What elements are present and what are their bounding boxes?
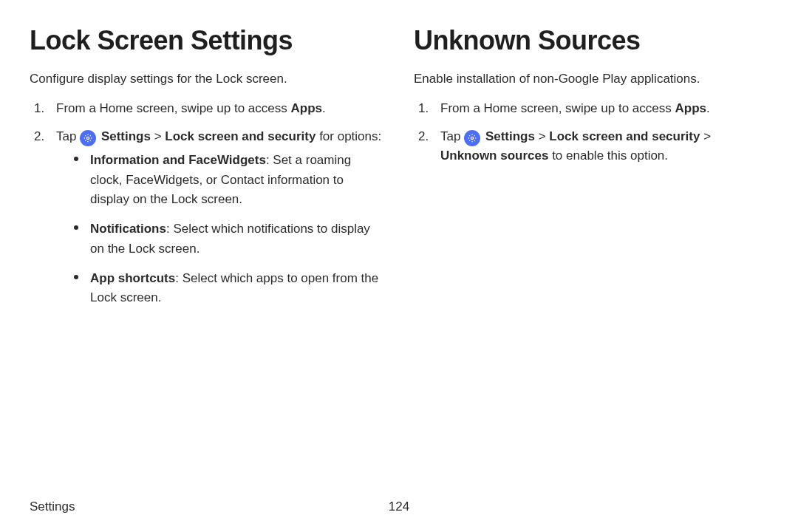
step-1-right: 1. From a Home screen, swipe up to acces… xyxy=(414,99,768,118)
bullet-dot-icon xyxy=(74,269,90,308)
text: From a Home screen, swipe up to access xyxy=(56,101,290,115)
text: . xyxy=(322,101,326,115)
text-bold-apps: Apps xyxy=(290,101,322,115)
step-number: 2. xyxy=(34,127,56,318)
text-bold: Notifications xyxy=(90,222,166,236)
text: > xyxy=(151,129,165,143)
bullet-dot-icon xyxy=(74,151,90,209)
svg-point-0 xyxy=(87,137,89,139)
step-number: 1. xyxy=(418,99,440,118)
text: > xyxy=(535,129,549,143)
step-2-left: 2. Tap Settings > Lock screen and securi… xyxy=(30,127,384,318)
step-1-left: 1. From a Home screen, swipe up to acces… xyxy=(30,99,384,118)
text-bold-settings: Settings xyxy=(101,129,151,143)
bullet-list: Information and FaceWidgets: Set a roami… xyxy=(56,151,384,307)
step-body: From a Home screen, swipe up to access A… xyxy=(56,99,384,118)
intro-unknown-sources: Enable installation of non-Google Play a… xyxy=(414,69,768,89)
page-footer: Settings 124 xyxy=(30,499,768,514)
content-columns: Lock Screen Settings Configure display s… xyxy=(30,25,768,327)
text-bold-apps: Apps xyxy=(675,101,706,115)
text: Tap xyxy=(440,129,464,143)
bullet-dot-icon xyxy=(74,219,90,259)
text: for options: xyxy=(316,129,381,143)
bullet-item: App shortcuts: Select which apps to open… xyxy=(74,269,384,308)
text: From a Home screen, swipe up to access xyxy=(440,101,675,115)
step-body: Tap Settings > Lock screen and security … xyxy=(56,127,384,318)
left-column: Lock Screen Settings Configure display s… xyxy=(30,25,384,327)
text-bold: Information and FaceWidgets xyxy=(90,153,266,167)
bullet-body: App shortcuts: Select which apps to open… xyxy=(90,269,384,308)
text: > xyxy=(700,129,711,143)
bullet-item: Notifications: Select which notification… xyxy=(74,219,384,259)
text-bold-path: Lock screen and security xyxy=(549,129,700,143)
text: . xyxy=(706,101,710,115)
step-number: 1. xyxy=(34,99,56,118)
text: Tap xyxy=(56,129,80,143)
step-number: 2. xyxy=(418,127,440,166)
step-body: From a Home screen, swipe up to access A… xyxy=(440,99,768,118)
text-bold: App shortcuts xyxy=(90,271,175,285)
heading-lock-screen: Lock Screen Settings xyxy=(30,25,384,56)
bullet-body: Notifications: Select which notification… xyxy=(90,219,384,259)
right-column: Unknown Sources Enable installation of n… xyxy=(414,25,768,327)
intro-lock-screen: Configure display settings for the Lock … xyxy=(30,69,384,89)
bullet-body: Information and FaceWidgets: Set a roami… xyxy=(90,151,384,209)
heading-unknown-sources: Unknown Sources xyxy=(414,25,768,56)
svg-point-1 xyxy=(471,137,474,139)
footer-section-label: Settings xyxy=(30,499,75,514)
bullet-item: Information and FaceWidgets: Set a roami… xyxy=(74,151,384,209)
step-2-right: 2. Tap Settings > Lock screen and securi… xyxy=(414,127,768,166)
text-bold-path: Lock screen and security xyxy=(165,129,316,143)
settings-icon xyxy=(80,130,96,146)
footer-page-number: 124 xyxy=(389,499,409,514)
text-bold-settings: Settings xyxy=(485,129,535,143)
step-body: Tap Settings > Lock screen and security … xyxy=(440,127,768,166)
text-bold-unknown-sources: Unknown sources xyxy=(440,149,548,163)
text: to enable this option. xyxy=(548,149,668,163)
settings-icon xyxy=(464,130,480,146)
